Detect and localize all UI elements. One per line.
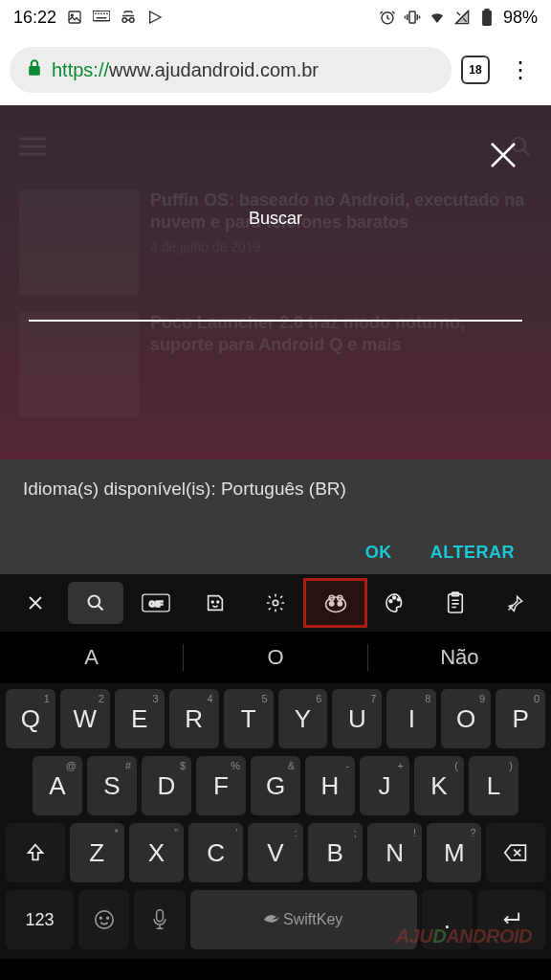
svg-point-24 [329,595,334,600]
language-snackbar: Idioma(s) disponível(is): Português (BR)… [0,459,551,574]
svg-rect-5 [100,13,102,15]
svg-rect-12 [409,11,415,23]
tabs-button[interactable]: 18 [461,56,490,84]
numeric-key[interactable]: 123 [6,890,74,949]
suggestion-bar: A O Não [0,632,551,683]
svg-rect-2 [93,11,110,21]
search-input[interactable] [29,289,522,322]
lock-icon [27,59,42,81]
keyboard-icon [93,9,110,26]
svg-point-37 [106,917,108,919]
close-button[interactable] [484,136,522,174]
key-m[interactable]: M? [427,823,481,882]
key-a[interactable]: A@ [33,756,82,815]
suggestion-3[interactable]: Não [368,645,551,670]
key-s[interactable]: S# [87,756,137,815]
url-bar[interactable]: https://www.ajudandroid.com.br [10,47,452,93]
clipboard-toolbar-button[interactable] [428,582,484,624]
puppet-toolbar-button[interactable] [307,582,364,624]
search-toolbar-button[interactable] [68,582,124,624]
svg-rect-8 [97,17,107,19]
svg-point-25 [337,595,342,600]
svg-rect-0 [69,11,80,23]
svg-rect-4 [98,13,99,15]
wifi-icon [429,9,446,26]
vibrate-icon [404,9,421,26]
svg-rect-13 [482,11,492,26]
svg-point-22 [273,600,278,606]
svg-point-9 [122,18,127,23]
key-q[interactable]: Q1 [6,689,55,748]
url-host: www.ajudandroid.com.br [109,59,319,80]
status-bar: 16:22 98% [0,0,551,34]
svg-point-17 [89,596,100,608]
key-e[interactable]: E3 [115,689,165,748]
alter-button[interactable]: ALTERAR [430,543,515,563]
settings-toolbar-button[interactable] [248,582,304,624]
key-d[interactable]: D$ [142,756,191,815]
key-w[interactable]: W2 [60,689,110,748]
key-k[interactable]: K( [414,756,464,815]
svg-point-20 [212,601,214,603]
key-t[interactable]: T5 [224,689,274,748]
emoji-key[interactable] [78,890,129,949]
close-toolbar-button[interactable] [8,582,64,624]
key-x[interactable]: X" [129,823,184,882]
key-b[interactable]: B; [308,823,363,882]
key-u[interactable]: U7 [332,689,382,748]
overflow-menu-button[interactable]: ⋮ [499,56,541,83]
backspace-key[interactable] [486,823,545,882]
gif-toolbar-button[interactable]: GIF [127,582,184,624]
key-j[interactable]: J+ [360,756,409,815]
key-c[interactable]: C' [188,823,243,882]
svg-point-27 [338,602,342,606]
key-i[interactable]: I8 [386,689,436,748]
svg-point-32 [398,598,401,601]
image-icon [66,9,83,26]
svg-point-35 [96,911,113,928]
svg-point-21 [217,601,219,603]
space-key[interactable]: SwiftKey [190,890,417,949]
battery-icon [478,9,496,26]
svg-rect-6 [103,13,105,15]
svg-point-10 [130,18,135,23]
swiftkey-label: SwiftKey [264,911,342,928]
svg-rect-3 [95,13,97,15]
svg-point-29 [339,603,341,605]
mic-key[interactable] [134,890,185,949]
key-o[interactable]: O9 [441,689,491,748]
key-r[interactable]: R4 [169,689,219,748]
key-g[interactable]: G& [251,756,300,815]
alarm-icon [379,9,396,26]
svg-rect-7 [106,13,108,15]
key-h[interactable]: H- [305,756,355,815]
signal-icon [453,9,471,26]
theme-toolbar-button[interactable] [367,582,424,624]
pin-toolbar-button[interactable] [487,582,543,624]
svg-point-1 [71,14,73,16]
suggestion-2[interactable]: O [184,645,366,670]
svg-rect-38 [157,910,164,922]
key-y[interactable]: Y6 [278,689,328,748]
sticker-toolbar-button[interactable] [187,582,244,624]
key-v[interactable]: V: [248,823,302,882]
suggestion-1[interactable]: A [0,645,183,670]
shift-key[interactable] [6,823,65,882]
key-p[interactable]: P0 [496,689,545,748]
browser-bar: https://www.ajudandroid.com.br 18 ⋮ [0,34,551,105]
snackbar-text: Idioma(s) disponível(is): Português (BR) [23,479,528,500]
search-label: Buscar [0,209,551,229]
svg-rect-15 [29,66,40,76]
watermark: AJUDANDROID [396,925,532,947]
svg-point-26 [329,602,333,606]
page-content: Puffin OS: baseado no Android, executado… [0,105,551,459]
svg-text:GIF: GIF [148,599,163,609]
key-f[interactable]: F% [196,756,246,815]
ok-button[interactable]: OK [365,543,392,563]
battery-percent: 98% [503,8,538,28]
key-z[interactable]: Z* [70,823,124,882]
key-n[interactable]: N! [367,823,422,882]
incognito-icon [120,9,137,26]
key-l[interactable]: L) [469,756,518,815]
play-icon [146,9,164,26]
